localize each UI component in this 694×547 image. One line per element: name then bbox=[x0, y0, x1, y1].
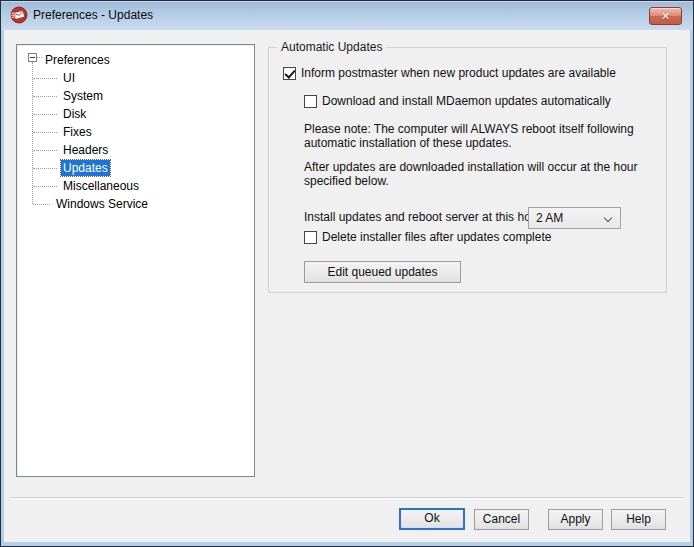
tree-item-label: Miscellaneous bbox=[61, 178, 141, 194]
tree-item-label: UI bbox=[61, 70, 77, 86]
tree-item-headers[interactable]: Headers bbox=[61, 141, 110, 159]
tree-connector bbox=[33, 168, 57, 169]
ok-button[interactable]: Ok bbox=[399, 508, 465, 530]
inform-postmaster-checkbox[interactable] bbox=[283, 67, 296, 80]
tree-expander-icon[interactable] bbox=[28, 53, 37, 62]
tree-item-label: System bbox=[61, 88, 105, 104]
reboot-note-text: Please note: The computer will ALWAYS re… bbox=[304, 122, 634, 150]
edit-queued-updates-button[interactable]: Edit queued updates bbox=[304, 261, 461, 283]
preferences-tree-panel: Preferences UI System Disk Fixes bbox=[16, 44, 255, 477]
groupbox-title: Automatic Updates bbox=[277, 40, 386, 54]
install-hour-label: Install updates and reboot server at thi… bbox=[304, 210, 545, 224]
tree-item-label: Windows Service bbox=[54, 196, 150, 212]
tree-item-ui[interactable]: UI bbox=[61, 69, 77, 87]
tree-connector bbox=[33, 96, 57, 97]
help-button[interactable]: Help bbox=[611, 509, 666, 530]
inform-postmaster-label[interactable]: Inform postmaster when new product updat… bbox=[301, 67, 616, 80]
install-hour-select[interactable]: 2 AM bbox=[528, 207, 621, 229]
title-bar[interactable]: Preferences - Updates ✕ bbox=[1, 1, 693, 30]
tree-connector bbox=[37, 57, 42, 58]
download-install-checkbox[interactable] bbox=[304, 95, 317, 108]
mdaemon-logo-icon bbox=[10, 6, 28, 24]
tree-item-label: Preferences bbox=[43, 52, 112, 68]
delete-installer-checkbox[interactable] bbox=[304, 231, 317, 244]
tree-connector bbox=[33, 150, 57, 151]
tree-connector bbox=[33, 186, 57, 187]
tree-item-windows-service[interactable]: Windows Service bbox=[54, 195, 150, 213]
tree-item-label: Updates bbox=[61, 160, 110, 176]
preferences-dialog: Preferences - Updates ✕ Preferences UI S… bbox=[0, 0, 694, 547]
tree-item-disk[interactable]: Disk bbox=[61, 105, 88, 123]
automatic-updates-groupbox: Automatic Updates Inform postmaster when… bbox=[268, 47, 667, 293]
window-title: Preferences - Updates bbox=[33, 1, 153, 30]
tree-item-preferences[interactable]: Preferences bbox=[43, 51, 112, 69]
footer-separator bbox=[10, 497, 684, 499]
tree-item-updates[interactable]: Updates bbox=[61, 159, 110, 177]
install-hour-value: 2 AM bbox=[536, 211, 563, 225]
tree-item-miscellaneous[interactable]: Miscellaneous bbox=[61, 177, 141, 195]
tree-connector bbox=[33, 132, 57, 133]
download-install-label[interactable]: Download and install MDaemon updates aut… bbox=[322, 95, 611, 108]
dialog-content: Preferences UI System Disk Fixes bbox=[4, 30, 690, 542]
apply-button[interactable]: Apply bbox=[548, 509, 603, 530]
tree-item-label: Headers bbox=[61, 142, 110, 158]
delete-installer-label[interactable]: Delete installer files after updates com… bbox=[322, 231, 551, 244]
tree-connector bbox=[33, 204, 50, 205]
close-button[interactable]: ✕ bbox=[649, 7, 682, 25]
install-hour-note-text: After updates are downloaded installatio… bbox=[304, 160, 638, 188]
preferences-tree: Preferences UI System Disk Fixes bbox=[17, 45, 254, 476]
tree-connector bbox=[32, 62, 33, 204]
tree-connector bbox=[33, 114, 57, 115]
tree-item-label: Fixes bbox=[61, 124, 94, 140]
tree-item-system[interactable]: System bbox=[61, 87, 105, 105]
close-icon: ✕ bbox=[661, 10, 670, 22]
tree-item-fixes[interactable]: Fixes bbox=[61, 123, 94, 141]
chevron-down-icon bbox=[604, 214, 612, 222]
tree-connector bbox=[33, 78, 57, 79]
cancel-button[interactable]: Cancel bbox=[474, 509, 529, 530]
tree-item-label: Disk bbox=[61, 106, 88, 122]
